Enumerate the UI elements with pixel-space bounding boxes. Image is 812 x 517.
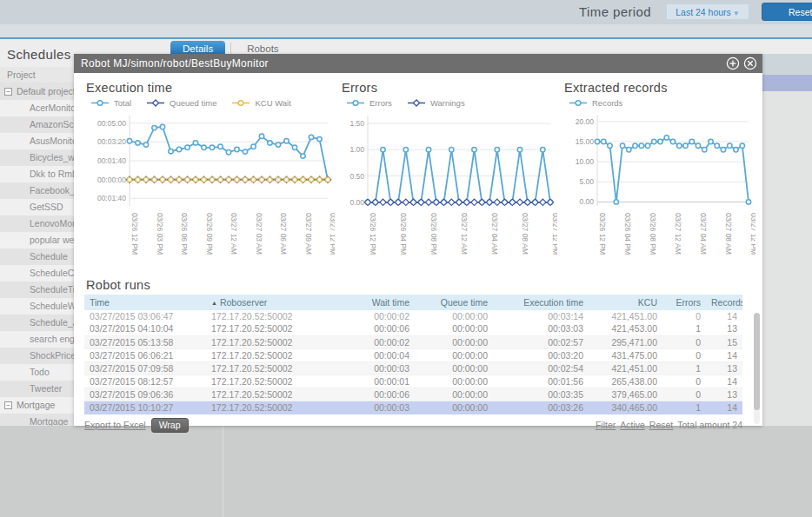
table-row[interactable]: 03/27/2015 09:06:36172.17.20.52:5000200:… [84, 388, 742, 401]
svg-text:03/27 08 AM: 03/27 08 AM [724, 213, 733, 255]
time-period-label: Time period [579, 4, 651, 19]
topbar: Time period Last 24 hours▼ Reset Filters [0, 0, 812, 24]
table-row[interactable]: 03/27/2015 08:12:57172.17.20.52:5000200:… [84, 374, 742, 388]
robot-detail-modal: Robot MJ/simon/robot/BestBuyMonitor Exec… [74, 54, 762, 426]
svg-text:00:03:20: 00:03:20 [97, 137, 126, 146]
table-row-clipped[interactable]: 03/27/2015 03:06:47172.17.20.52:5000200:… [84, 310, 742, 322]
svg-text:0.00: 0.00 [579, 197, 594, 206]
chart-panel-errors: ErrorsErrorsWarnings1.501.000.500.0003/2… [340, 77, 557, 274]
svg-text:03/27 12 AM: 03/27 12 AM [460, 213, 469, 255]
robot-runs-table: Time▲RoboserverWait timeQueue timeExecut… [84, 295, 742, 414]
chart-title: Execution time [86, 81, 335, 95]
svg-text:03/27 03 AM: 03/27 03 AM [255, 213, 263, 255]
sidebar-content-divider [223, 426, 223, 517]
legend-marker-icon [145, 99, 166, 107]
legend-marker-icon [568, 99, 589, 107]
reset-link[interactable]: Reset [649, 420, 673, 430]
active-link[interactable]: Active [620, 420, 645, 430]
svg-text:00:05:00: 00:05:00 [97, 119, 126, 128]
svg-text:0.50: 0.50 [349, 172, 364, 181]
modal-title: Robot MJ/simon/robot/BestBuyMonitor [81, 57, 269, 70]
column-header-roboserver[interactable]: ▲Roboserver [206, 295, 345, 310]
chart-title: Errors [342, 81, 557, 95]
svg-text:00:01:40: 00:01:40 [97, 156, 126, 165]
filter-link[interactable]: Filter [596, 420, 616, 430]
chart-title: Extracted records [564, 81, 755, 95]
scrollbar-thumb[interactable] [754, 313, 760, 410]
table-header-row: Time▲RoboserverWait timeQueue timeExecut… [84, 295, 742, 310]
table-row[interactable]: 03/27/2015 05:13:58172.17.20.52:5000200:… [84, 335, 742, 348]
svg-text:03/26 08 PM: 03/26 08 PM [429, 213, 438, 255]
chart-legend: TotalQueued timeKCU Wait [90, 97, 335, 108]
column-header-kcu[interactable]: KCU [589, 295, 662, 310]
legend-item[interactable]: Errors [345, 98, 392, 108]
legend-item[interactable]: Total [90, 98, 131, 108]
errors-chart: 1.501.000.500.0003/26 12 PM03/26 04 PM03… [340, 109, 557, 270]
svg-text:10.00: 10.00 [576, 157, 595, 166]
legend-marker-icon [406, 99, 427, 107]
chart-panel-execution-time: Execution timeTotalQueued timeKCU Wait00… [84, 77, 335, 274]
extracted-records-chart: 20.0015.0010.005.000.0003/26 12 PM03/26 … [562, 109, 755, 270]
column-header-wait-time[interactable]: Wait time [345, 295, 415, 310]
column-header-time[interactable]: Time [84, 295, 206, 310]
svg-text:20.00: 20.00 [576, 117, 595, 126]
legend-item[interactable]: Queued time [145, 98, 216, 108]
svg-text:03/26 09 PM: 03/26 09 PM [205, 213, 214, 255]
robot-runs-table-wrap: Time▲RoboserverWait timeQueue timeExecut… [84, 295, 752, 414]
svg-text:5.00: 5.00 [579, 177, 594, 186]
table-row[interactable]: 03/27/2015 04:10:04172.17.20.52:5000200:… [84, 322, 742, 335]
execution-time-chart: 00:05:0000:03:2000:01:4000:00:0000:01:40… [84, 109, 335, 270]
collapse-icon[interactable]: − [4, 401, 12, 409]
management-console-screen: Time period Last 24 hours▼ Reset Filters… [0, 0, 812, 517]
time-period-dropdown[interactable]: Last 24 hours▼ [666, 3, 749, 20]
column-header-queue-time[interactable]: Queue time [415, 295, 493, 310]
time-period-value: Last 24 hours [676, 7, 731, 17]
reset-filters-button[interactable]: Reset Filters [762, 3, 812, 21]
svg-text:03/27 12 PM: 03/27 12 PM [749, 213, 755, 255]
legend-item[interactable]: Warnings [406, 98, 465, 108]
svg-text:03/27 06 AM: 03/27 06 AM [279, 213, 288, 255]
export-to-excel-link[interactable]: Export to Excel [84, 420, 146, 430]
close-icon[interactable] [743, 56, 757, 70]
table-row[interactable]: 03/27/2015 07:09:58172.17.20.52:5000200:… [84, 361, 742, 374]
collapse-icon[interactable]: − [4, 88, 12, 96]
column-header-records[interactable]: Records [706, 295, 742, 310]
svg-text:00:00:00: 00:00:00 [97, 176, 126, 184]
robot-runs-section: Robot runs Time▲RoboserverWait timeQueue… [84, 278, 752, 433]
chart-legend: Records [568, 97, 755, 108]
modal-body: Execution timeTotalQueued timeKCU Wait00… [74, 73, 762, 433]
svg-text:03/26 12 PM: 03/26 12 PM [369, 213, 377, 255]
legend-item[interactable]: Records [568, 98, 622, 108]
svg-text:03/27 04 AM: 03/27 04 AM [699, 213, 708, 255]
table-footer: Export to Excel Wrap Filter Active Reset… [84, 414, 742, 433]
table-row[interactable]: 03/27/2015 06:06:21172.17.20.52:5000200:… [84, 348, 742, 361]
add-icon[interactable] [726, 56, 740, 70]
svg-text:03/26 03 PM: 03/26 03 PM [156, 213, 164, 255]
table-row[interactable]: 03/27/2015 10:10:27172.17.20.52:5000200:… [84, 401, 742, 414]
svg-text:00:01:40: 00:01:40 [97, 194, 126, 202]
legend-item[interactable]: KCU Wait [230, 98, 290, 108]
chart-legend: ErrorsWarnings [345, 97, 557, 108]
modal-header[interactable]: Robot MJ/simon/robot/BestBuyMonitor [74, 54, 762, 73]
table-scrollbar[interactable] [754, 313, 760, 424]
legend-marker-icon [345, 99, 366, 107]
svg-text:03/27 12 AM: 03/27 12 AM [230, 213, 238, 255]
svg-text:03/26 04 PM: 03/26 04 PM [623, 213, 632, 255]
column-header-errors[interactable]: Errors [662, 295, 706, 310]
legend-marker-icon [230, 99, 251, 107]
wrap-button[interactable]: Wrap [151, 418, 189, 433]
column-header-execution-time[interactable]: Execution time [493, 295, 589, 310]
svg-text:03/27 12 PM: 03/27 12 PM [329, 213, 335, 255]
svg-text:03/27 12 PM: 03/27 12 PM [551, 213, 557, 255]
svg-text:03/27 09 AM: 03/27 09 AM [304, 213, 313, 255]
svg-text:03/27 12 AM: 03/27 12 AM [674, 213, 682, 255]
svg-text:03/26 12 PM: 03/26 12 PM [598, 213, 607, 255]
sort-asc-icon: ▲ [211, 300, 217, 306]
svg-text:03/27 04 AM: 03/27 04 AM [490, 213, 499, 255]
svg-text:0.00: 0.00 [349, 198, 364, 207]
svg-text:03/26 06 PM: 03/26 06 PM [180, 213, 189, 255]
bottom-background [0, 426, 812, 517]
chevron-down-icon: ▼ [733, 10, 740, 17]
svg-text:03/27 08 AM: 03/27 08 AM [521, 213, 529, 255]
svg-text:1.00: 1.00 [349, 145, 364, 154]
